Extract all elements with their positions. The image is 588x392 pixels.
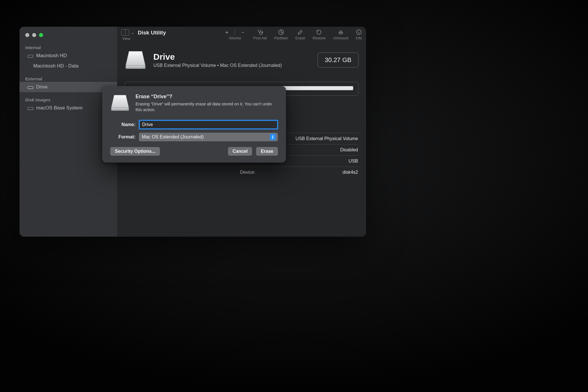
sidebar-item-macintosh-hd-data[interactable]: Macintosh HD - Data <box>20 61 117 71</box>
toolbar: ⌄ Disk Utility View ＋｜－ Volume First Aid <box>117 27 366 45</box>
erase-button[interactable]: Erase <box>256 147 278 156</box>
info-value: Disabled <box>340 147 358 152</box>
svg-rect-0 <box>28 55 33 57</box>
svg-rect-1 <box>28 86 33 89</box>
svg-point-8 <box>143 67 144 67</box>
security-options-button[interactable]: Security Options... <box>110 147 160 156</box>
sidebar-item-label: Macintosh HD <box>36 53 67 59</box>
toolbar-unmount[interactable]: Unmount <box>333 29 348 40</box>
name-input[interactable] <box>139 120 278 129</box>
pie-icon <box>278 29 284 35</box>
minus-icon: － <box>240 29 246 35</box>
eject-icon <box>338 29 344 35</box>
format-label: Format: <box>110 134 136 140</box>
info-icon <box>356 29 362 35</box>
toolbar-first-aid[interactable]: First Aid <box>253 29 267 40</box>
svg-rect-2 <box>28 107 33 110</box>
sidebar-section-external: External <box>20 75 117 82</box>
toolbar-info[interactable]: Info <box>356 29 362 40</box>
cancel-button[interactable]: Cancel <box>228 147 252 156</box>
volume-size: 30.27 GB <box>318 53 359 67</box>
sidebar-section-internal: Internal <box>20 43 117 51</box>
toolbar-partition-label: Partition <box>274 36 288 40</box>
info-key: Device: <box>240 170 255 175</box>
sidebar-item-label: Drive <box>36 84 48 90</box>
svg-rect-7 <box>126 65 145 69</box>
info-row: Device:disk4s2 <box>239 167 359 178</box>
toolbar-view-group: ⌄ Disk Utility View <box>121 29 166 41</box>
erase-icon <box>297 29 303 35</box>
plus-icon: ＋ <box>224 29 230 35</box>
window-controls <box>20 32 117 43</box>
disk-image-icon <box>28 106 33 110</box>
toolbar-restore-label: Restore <box>313 36 326 40</box>
sheet-title: Erase “Drive”? <box>136 94 278 100</box>
svg-point-11 <box>127 109 128 110</box>
minimize-button[interactable] <box>32 33 36 37</box>
stethoscope-icon <box>257 29 263 35</box>
external-disk-icon <box>28 85 33 89</box>
toolbar-first-aid-label: First Aid <box>253 36 267 40</box>
volume-name: Drive <box>153 52 282 62</box>
svg-point-3 <box>262 32 263 33</box>
toolbar-unmount-label: Unmount <box>333 36 348 40</box>
toolbar-right: ＋｜－ Volume First Aid Partition Erase <box>224 29 362 40</box>
updown-icon: ▲▼ <box>270 134 276 140</box>
format-select[interactable]: Mac OS Extended (Journaled) ▲▼ <box>139 133 278 141</box>
disk-icon <box>125 50 146 70</box>
toolbar-partition[interactable]: Partition <box>274 29 288 40</box>
info-value: USB <box>349 159 358 164</box>
toolbar-info-label: Info <box>356 36 362 40</box>
volume-header: Drive USB External Physical Volume • Mac… <box>125 50 359 70</box>
svg-rect-10 <box>111 108 129 111</box>
sheet-body: Erasing “Drive” will permanently erase a… <box>136 101 278 113</box>
toolbar-volume[interactable]: ＋｜－ Volume <box>224 29 246 40</box>
volume-subtitle: USB External Physical Volume • Mac OS Ex… <box>153 63 282 68</box>
chevron-down-icon[interactable]: ⌄ <box>131 30 134 35</box>
internal-disk-icon <box>28 54 33 58</box>
erase-sheet: Erase “Drive”? Erasing “Drive” will perm… <box>102 86 286 163</box>
app-title: Disk Utility <box>138 30 166 36</box>
toolbar-erase[interactable]: Erase <box>295 29 305 40</box>
svg-marker-9 <box>111 95 129 108</box>
toolbar-volume-label: Volume <box>229 36 241 40</box>
format-value: Mac OS Extended (Journaled) <box>142 134 204 140</box>
info-value: disk4s2 <box>343 170 358 175</box>
toolbar-erase-label: Erase <box>295 36 305 40</box>
view-toggle-icon[interactable] <box>121 29 129 36</box>
toolbar-view-label: View <box>122 36 130 41</box>
info-value: USB External Physical Volume <box>295 136 358 141</box>
sidebar-item-label: macOS Base System <box>36 105 83 111</box>
restore-icon <box>316 29 322 35</box>
sidebar-item-macintosh-hd[interactable]: Macintosh HD <box>20 51 117 61</box>
sidebar-item-label: Macintosh HD - Data <box>33 63 79 69</box>
svg-marker-6 <box>126 51 145 65</box>
disk-icon <box>110 94 130 112</box>
close-button[interactable] <box>25 33 29 37</box>
name-label: Name: <box>110 122 136 127</box>
zoom-button[interactable] <box>39 33 43 37</box>
toolbar-restore[interactable]: Restore <box>313 29 326 40</box>
